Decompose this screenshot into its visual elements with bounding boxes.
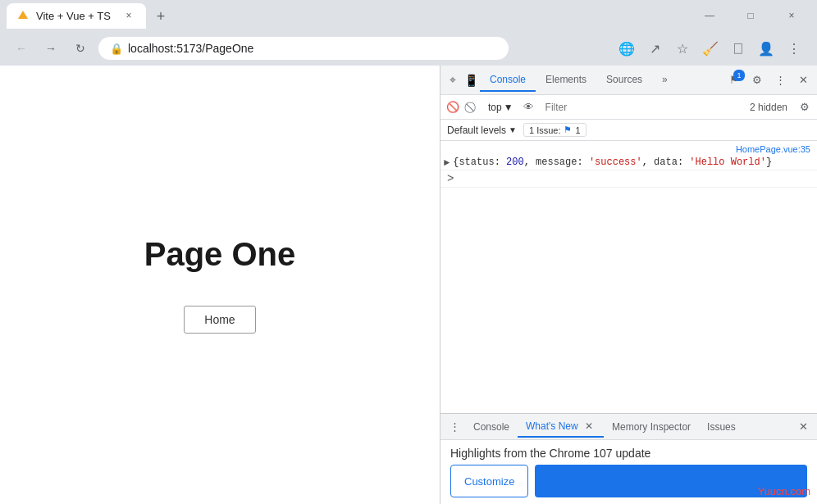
svg-marker-0 — [18, 11, 28, 19]
chevron-down-icon: ▼ — [504, 102, 513, 113]
levels-arrow-icon: ▼ — [509, 125, 517, 134]
devtools-tabs: ⌖ 📱 Console Elements Sources » ⚑ 1 ⚙ ⋮ ✕ — [440, 66, 817, 95]
console-settings-icon[interactable]: ⚙ — [796, 98, 814, 116]
share-icon[interactable]: ↗ — [641, 35, 668, 61]
close-devtools-icon[interactable]: ✕ — [792, 70, 814, 91]
extensions-icon[interactable]: 🧹 — [697, 35, 723, 61]
browser-chrome: Vite + Vue + TS × + — □ × ← → ↻ 🔒 localh… — [0, 0, 817, 66]
bottom-more-options-icon[interactable]: ⋮ — [444, 416, 465, 438]
bottom-tab-memory[interactable]: Memory Inspector — [604, 418, 699, 436]
tab-more[interactable]: » — [652, 69, 678, 92]
console-input-caret: > — [444, 171, 457, 186]
tab-favicon — [16, 9, 30, 22]
console-caret-line[interactable]: > — [440, 170, 817, 188]
console-toolbar: 🚫 ⃠ top ▼ 👁 2 hidden ⚙ — [440, 95, 817, 120]
new-tab-button[interactable]: + — [149, 5, 172, 28]
console-log-text: {status: 200, message: 'success', data: … — [453, 157, 772, 168]
main-layout: Page One Home ⌖ 📱 Console Elements Sourc… — [0, 66, 817, 504]
toolbar-right: 🌐 ↗ ☆ 🧹 ⎕ 👤 ⋮ — [614, 35, 807, 61]
console-output: HomePage.vue:35 ► {status: 200, message:… — [440, 141, 817, 413]
hidden-count: 2 hidden — [743, 101, 794, 114]
customize-button[interactable]: Customize — [450, 465, 528, 497]
back-button[interactable]: ← — [10, 37, 33, 60]
console-levels-bar: Default levels ▼ 1 Issue: ⚑ 1 — [440, 120, 817, 141]
issues-badge: 1 — [733, 70, 745, 81]
tab-close-button[interactable]: × — [121, 8, 136, 23]
flag-small-icon: ⚑ — [564, 125, 572, 135]
tab-elements[interactable]: Elements — [536, 69, 596, 92]
customize-area: Customize — [450, 465, 807, 497]
bottom-dock-controls: ✕ — [792, 416, 814, 438]
default-levels-label[interactable]: Default levels ▼ — [447, 125, 517, 136]
settings-cog-icon[interactable]: ⚙ — [746, 70, 768, 91]
forward-button[interactable]: → — [39, 37, 62, 60]
more-options-icon[interactable]: ⋮ — [769, 70, 791, 91]
eye-icon[interactable]: 👁 — [520, 98, 538, 116]
clear-console-icon[interactable]: 🚫 — [444, 98, 462, 116]
profile-icon[interactable]: 👤 — [753, 35, 779, 61]
active-tab[interactable]: Vite + Vue + TS × — [7, 3, 146, 28]
context-label: top — [488, 102, 502, 113]
window-controls: — □ × — [691, 2, 810, 29]
close-window-button[interactable]: × — [773, 2, 810, 29]
bottom-tab-bar: ⋮ Console What's New ✕ Memory Inspector … — [440, 414, 817, 440]
bottom-tab-issues[interactable]: Issues — [699, 418, 744, 436]
watermark: Yuucn.com — [758, 485, 810, 497]
tab-sources[interactable]: Sources — [596, 69, 652, 92]
device-toolbar-icon[interactable]: ⎕ — [725, 35, 751, 61]
filter-input[interactable] — [540, 99, 742, 116]
url-text: localhost:5173/PageOne — [128, 42, 253, 55]
menu-icon[interactable]: ⋮ — [781, 35, 807, 61]
tab-bar: Vite + Vue + TS × + — [7, 3, 691, 28]
page-content: Page One Home — [0, 66, 440, 504]
address-bar: ← → ↻ 🔒 localhost:5173/PageOne 🌐 ↗ ☆ 🧹 ⎕… — [0, 31, 817, 66]
bottom-tab-whatsnew[interactable]: What's New ✕ — [518, 416, 604, 438]
title-bar: Vite + Vue + TS × + — □ × — [0, 0, 817, 31]
inspect-element-icon[interactable]: ⌖ — [444, 71, 462, 89]
devtools-tabs-right: ⚑ 1 ⚙ ⋮ ✕ — [723, 70, 814, 91]
lock-icon: 🔒 — [110, 43, 123, 55]
issue-count-badge[interactable]: 1 Issue: ⚑ 1 — [523, 123, 587, 137]
tab-title: Vite + Vue + TS — [36, 10, 115, 22]
close-bottom-dock-icon[interactable]: ✕ — [792, 416, 814, 438]
url-bar[interactable]: 🔒 localhost:5173/PageOne — [98, 37, 509, 60]
bottom-tab-console[interactable]: Console — [465, 418, 518, 436]
devtools-panel: ⌖ 📱 Console Elements Sources » ⚑ 1 ⚙ ⋮ ✕… — [440, 66, 817, 504]
console-entry-1: ► {status: 200, message: 'success', data… — [440, 156, 817, 170]
home-button[interactable]: Home — [184, 306, 255, 334]
highlights-title: Highlights from the Chrome 107 update — [450, 447, 807, 460]
context-selector[interactable]: top ▼ — [483, 100, 518, 115]
file-reference[interactable]: HomePage.vue:35 — [440, 143, 817, 156]
device-emulation-icon[interactable]: 📱 — [462, 71, 480, 89]
issues-button[interactable]: ⚑ 1 — [723, 70, 745, 91]
maximize-button[interactable]: □ — [732, 2, 769, 29]
minimize-button[interactable]: — — [691, 2, 728, 29]
reload-button[interactable]: ↻ — [69, 37, 92, 60]
bookmark-icon[interactable]: ☆ — [669, 35, 696, 61]
page-heading: Page One — [144, 236, 296, 273]
tab-console[interactable]: Console — [480, 69, 536, 92]
close-whatsnew-icon[interactable]: ✕ — [582, 420, 596, 433]
no-filter-icon[interactable]: ⃠ — [463, 98, 482, 116]
translate-icon[interactable]: 🌐 — [614, 35, 640, 61]
expand-arrow-icon[interactable]: ► — [444, 157, 450, 169]
